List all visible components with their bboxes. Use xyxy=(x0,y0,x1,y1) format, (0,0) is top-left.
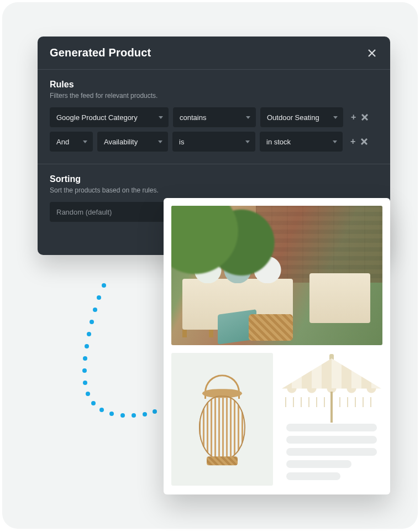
chevron-down-icon xyxy=(245,140,250,143)
rule-value-select[interactable]: Outdoor Seating xyxy=(260,107,343,127)
rule-row-actions xyxy=(350,137,368,146)
product-card-lantern[interactable] xyxy=(171,353,273,486)
svg-point-10 xyxy=(91,401,96,405)
umbrella-image xyxy=(282,358,381,419)
rule-field-value: Availability xyxy=(104,138,138,146)
svg-point-0 xyxy=(102,283,106,288)
rule-field-select[interactable]: Google Product Category xyxy=(50,107,169,127)
close-icon xyxy=(361,114,368,121)
svg-point-14 xyxy=(132,413,136,418)
svg-point-3 xyxy=(90,320,94,324)
panel-title: Generated Product xyxy=(50,46,151,59)
remove-rule-button[interactable] xyxy=(361,138,368,145)
rule-field-select[interactable]: Availability xyxy=(97,132,168,152)
rules-section: Rules Filters the feed for relevant prod… xyxy=(38,70,390,164)
close-icon xyxy=(368,49,376,58)
rule-value-select[interactable]: in stock xyxy=(260,132,343,152)
svg-point-6 xyxy=(83,356,87,361)
add-rule-button[interactable] xyxy=(351,113,356,122)
close-icon xyxy=(361,138,368,145)
rule-row: And Availability is in stock xyxy=(50,132,378,152)
app-canvas: Generated Product Rules Filters the feed… xyxy=(2,2,418,529)
rule-operator-select[interactable]: is xyxy=(172,132,255,152)
svg-point-8 xyxy=(83,381,87,385)
chevron-down-icon xyxy=(158,140,162,143)
sorting-description: Sort the products based on the rules. xyxy=(50,186,378,194)
add-rule-button[interactable] xyxy=(350,137,355,146)
chevron-down-icon xyxy=(83,140,87,143)
svg-point-4 xyxy=(87,332,91,336)
svg-point-16 xyxy=(153,409,157,414)
product-card-umbrella[interactable] xyxy=(281,353,382,486)
rule-value-text: in stock xyxy=(266,138,291,146)
chevron-down-icon xyxy=(159,116,163,119)
hero-chair xyxy=(309,273,370,323)
svg-point-1 xyxy=(97,295,101,300)
rule-value-text: Outdoor Seating xyxy=(267,113,319,122)
rule-operator-select[interactable]: contains xyxy=(173,107,256,127)
remove-rule-button[interactable] xyxy=(361,114,368,121)
chevron-down-icon xyxy=(333,140,337,143)
preview-grid xyxy=(171,353,382,487)
svg-point-11 xyxy=(99,408,104,412)
svg-point-2 xyxy=(93,308,97,312)
svg-point-5 xyxy=(85,344,89,348)
svg-point-7 xyxy=(82,368,87,373)
preview-hero-image xyxy=(171,206,382,345)
svg-point-13 xyxy=(120,413,125,418)
rules-title: Rules xyxy=(50,80,378,90)
svg-point-15 xyxy=(143,412,147,417)
svg-point-12 xyxy=(109,412,114,416)
lantern-image xyxy=(195,377,250,465)
rule-row-actions xyxy=(351,113,368,122)
rule-field-value: Google Product Category xyxy=(56,113,138,122)
close-button[interactable] xyxy=(366,47,378,59)
rule-operator-value: contains xyxy=(180,113,206,122)
product-skeleton xyxy=(286,424,377,480)
rule-operator-value: is xyxy=(179,138,184,146)
product-preview-card xyxy=(164,198,390,494)
rule-connector-value: And xyxy=(56,138,69,146)
panel-header: Generated Product xyxy=(38,37,390,70)
sorting-title: Sorting xyxy=(50,174,378,184)
hero-basket xyxy=(249,314,293,341)
sorting-value: Random (default) xyxy=(56,208,112,216)
rule-connector-select[interactable]: And xyxy=(50,132,93,152)
chevron-down-icon xyxy=(333,116,338,119)
rule-row: Google Product Category contains Outdoor… xyxy=(50,107,378,127)
svg-point-9 xyxy=(86,392,90,396)
rules-description: Filters the feed for relevant products. xyxy=(50,92,378,100)
hero-umbrella xyxy=(185,211,251,250)
chevron-down-icon xyxy=(246,116,250,119)
